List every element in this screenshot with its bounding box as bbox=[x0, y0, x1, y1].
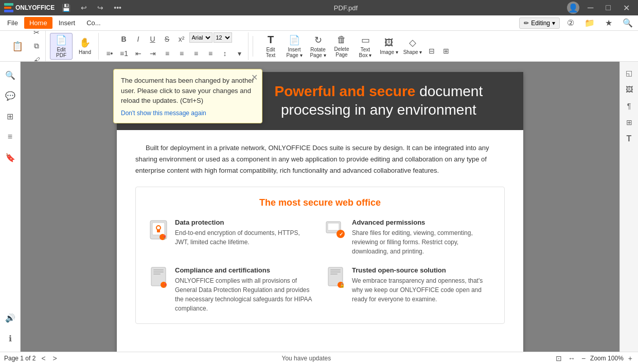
edit-text-btn[interactable]: T EditText bbox=[259, 33, 282, 60]
menu-co[interactable]: Co... bbox=[81, 17, 105, 29]
underline-btn[interactable]: U bbox=[146, 32, 160, 46]
sidebar-table-btn[interactable]: ⊞ bbox=[1, 107, 20, 125]
right-panel-shape-btn[interactable]: ◱ bbox=[622, 66, 636, 80]
more-format-btn[interactable]: ▾ bbox=[233, 47, 246, 60]
main-area: 🔍 💬 ⊞ ≡ 🔖 🔊 ℹ ✕ The document has been ch… bbox=[0, 62, 638, 352]
advanced-permissions-icon: ✓ bbox=[325, 219, 346, 246]
sidebar-bookmark-btn[interactable]: 🔖 bbox=[1, 148, 20, 167]
svg-rect-21 bbox=[330, 271, 341, 272]
editing-mode-btn[interactable]: ✏ Editing ▾ bbox=[519, 17, 560, 29]
svg-rect-15 bbox=[153, 271, 164, 272]
sidebar-audio-btn[interactable]: 🔊 bbox=[1, 308, 20, 327]
users-count-btn[interactable]: ② bbox=[564, 16, 577, 29]
next-page-btn[interactable]: > bbox=[51, 354, 59, 362]
menu-insert[interactable]: Insert bbox=[54, 17, 81, 29]
doc-section-box: The most secure web office bbox=[135, 187, 505, 324]
sidebar-comments-btn[interactable]: 💬 bbox=[1, 86, 20, 105]
save-titlebar-btn[interactable]: 💾 bbox=[59, 3, 74, 13]
align-toolbar-btn[interactable]: ⊟ bbox=[425, 44, 438, 58]
copy-btn[interactable]: ⧉ bbox=[30, 40, 43, 53]
text-box-btn[interactable]: ▭ TextBox ▾ bbox=[354, 33, 377, 60]
svg-rect-10 bbox=[328, 223, 339, 230]
hand-tool-btn[interactable]: ✋ Hand bbox=[74, 33, 96, 60]
menu-home[interactable]: Home bbox=[24, 17, 52, 29]
dont-show-link[interactable]: Don't show this message again bbox=[121, 110, 206, 117]
open-source-icon-svg: 🔓 bbox=[325, 266, 346, 289]
fit-width-btn[interactable]: ↔ bbox=[566, 354, 577, 362]
svg-rect-2 bbox=[4, 10, 13, 12]
superscript-btn[interactable]: x² bbox=[175, 32, 188, 46]
edit-text-label: EditText bbox=[266, 47, 275, 58]
insert-page-label: InsertPage ▾ bbox=[286, 47, 302, 58]
prev-page-btn[interactable]: < bbox=[40, 354, 47, 362]
svg-text:✓: ✓ bbox=[339, 231, 343, 237]
zoom-out-btn[interactable]: − bbox=[580, 354, 587, 362]
delete-page-btn[interactable]: 🗑 DeletePage bbox=[330, 33, 353, 60]
bold-btn[interactable]: B bbox=[117, 32, 131, 46]
window-minimize-btn[interactable]: ─ bbox=[583, 2, 597, 13]
document-area: ✕ The document has been changed by anoth… bbox=[21, 62, 619, 352]
bullet-list-btn[interactable]: ≡• bbox=[103, 47, 116, 60]
fit-page-btn[interactable]: ⊡ bbox=[554, 354, 563, 362]
sidebar-list-btn[interactable]: ≡ bbox=[1, 128, 20, 146]
favorites-btn[interactable]: ★ bbox=[602, 16, 615, 29]
title-bar-right: 👤 ─ □ ✕ bbox=[567, 2, 634, 14]
zoom-in-btn[interactable]: + bbox=[627, 354, 634, 362]
permissions-icon: ✓ bbox=[325, 219, 346, 241]
svg-rect-6 bbox=[157, 229, 160, 232]
search-btn[interactable]: 🔍 bbox=[619, 16, 636, 29]
right-panel-text-btn[interactable]: T bbox=[622, 132, 636, 146]
cut-btn[interactable]: ✂ bbox=[30, 31, 43, 39]
title-bar: ONLYOFFICE 💾 ↩ ↪ ••• PDF.pdf 👤 ─ □ ✕ bbox=[0, 0, 638, 15]
more-align-btn[interactable]: ⊞ bbox=[439, 44, 453, 58]
align-justify-btn[interactable]: ≡ bbox=[204, 47, 217, 60]
open-location-btn[interactable]: 📁 bbox=[581, 16, 598, 29]
line-spacing-btn[interactable]: ↕ bbox=[218, 47, 232, 60]
text-box-label: TextBox ▾ bbox=[359, 47, 371, 58]
svg-text:📍: 📍 bbox=[162, 234, 168, 241]
rotate-page-icon: ↻ bbox=[314, 34, 322, 46]
banner-tagline-text: Powerful and secure documentprocessing i… bbox=[250, 82, 508, 120]
sidebar-info-btn[interactable]: ℹ bbox=[1, 329, 20, 348]
decrease-indent-btn[interactable]: ⇤ bbox=[132, 47, 145, 60]
page-info: Page 1 of 2 bbox=[4, 355, 36, 362]
font-size-select[interactable]: 12 bbox=[214, 32, 232, 43]
paste-btn[interactable]: 📋 bbox=[6, 33, 29, 60]
paste-icon: 📋 bbox=[12, 41, 23, 52]
window-maximize-btn[interactable]: □ bbox=[601, 2, 615, 13]
redo-btn[interactable]: ↪ bbox=[94, 3, 107, 13]
font-family-select[interactable]: Arial bbox=[189, 32, 212, 43]
italic-btn[interactable]: I bbox=[132, 32, 145, 46]
image-btn[interactable]: 🖼 Image ▾ bbox=[378, 33, 400, 60]
align-left-btn[interactable]: ≡ bbox=[161, 47, 174, 60]
status-right: ⊡ ↔ − Zoom 100% + bbox=[554, 354, 634, 362]
sidebar-search-btn[interactable]: 🔍 bbox=[1, 66, 20, 84]
svg-rect-0 bbox=[4, 3, 13, 6]
edit-pdf-btn[interactable]: 📄 EditPDF bbox=[50, 33, 73, 60]
feature-advanced-permissions: ✓ Advanced permissions Share files for e… bbox=[325, 219, 492, 256]
right-panel-image-btn[interactable]: 🖼 bbox=[622, 82, 636, 97]
app-logo: ONLYOFFICE bbox=[4, 3, 55, 12]
notification-close-btn[interactable]: ✕ bbox=[251, 72, 258, 82]
open-source-title: Trusted open-source solution bbox=[352, 266, 492, 274]
numbered-list-btn[interactable]: ≡1 bbox=[117, 47, 131, 60]
right-panel-table-btn[interactable]: ⊞ bbox=[622, 115, 636, 130]
increase-indent-btn[interactable]: ⇥ bbox=[146, 47, 160, 60]
align-right-btn[interactable]: ≡ bbox=[189, 47, 203, 60]
shape-icon: ◇ bbox=[409, 37, 416, 48]
strikethrough-btn[interactable]: S bbox=[161, 32, 174, 46]
advanced-permissions-desc: Share files for editing, viewing, commen… bbox=[352, 228, 492, 256]
insert-page-btn[interactable]: 📄 InsertPage ▾ bbox=[283, 33, 306, 60]
undo-btn[interactable]: ↩ bbox=[78, 3, 90, 13]
rotate-page-label: RotatePage ▾ bbox=[310, 47, 326, 58]
window-close-btn[interactable]: ✕ bbox=[619, 2, 634, 14]
right-panel-para-btn[interactable]: ¶ bbox=[622, 99, 636, 113]
shape-btn[interactable]: ◇ Shape ▾ bbox=[401, 33, 424, 60]
svg-text:🔓: 🔓 bbox=[340, 283, 345, 288]
rotate-page-btn[interactable]: ↻ RotatePage ▾ bbox=[307, 33, 329, 60]
data-protection-desc: End-to-end encryption of documents, HTTP… bbox=[175, 228, 315, 247]
menu-file[interactable]: File bbox=[2, 17, 23, 29]
format-painter-btn[interactable]: 🖌 bbox=[30, 53, 43, 62]
more-btn[interactable]: ••• bbox=[111, 3, 125, 13]
align-center-btn[interactable]: ≡ bbox=[175, 47, 188, 60]
